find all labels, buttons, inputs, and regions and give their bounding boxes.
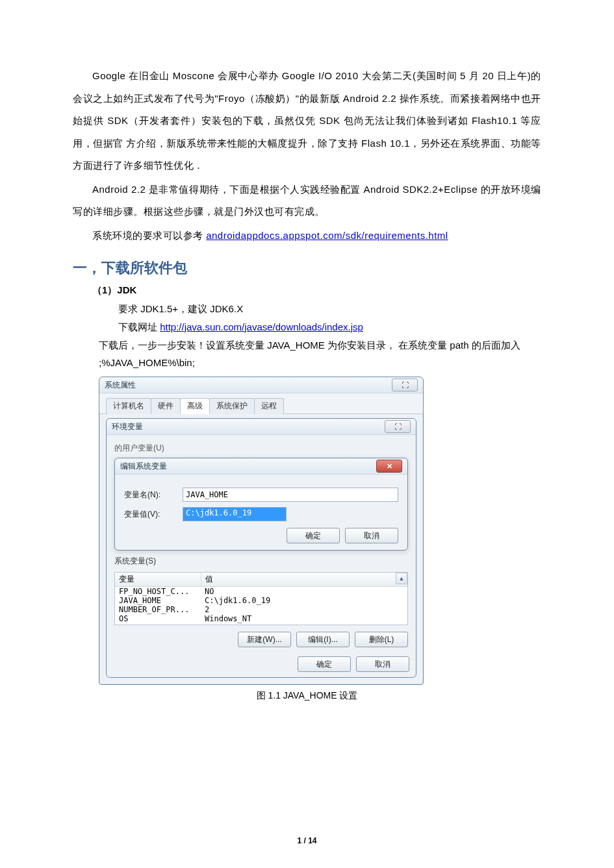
tab-advanced[interactable]: 高级 [180, 398, 210, 414]
intro-paragraph-1: Google 在旧金山 Moscone 会展中心举办 Google I/O 20… [73, 65, 541, 177]
environment-variables-window: 环境变量 ⛶ 的用户变量(U) 编辑系统变量 ✕ 变量名(N): [106, 418, 416, 678]
intro-p3-prefix: 系统环境的要求可以参考 [92, 230, 206, 241]
list-header: 变量 值 [115, 573, 407, 587]
system-properties-titlebar: 系统属性 ⛶ [99, 377, 423, 393]
tab-computer-name[interactable]: 计算机名 [106, 398, 151, 414]
system-properties-title: 系统属性 [105, 380, 392, 391]
edit-var-title: 编辑系统变量 [120, 461, 376, 472]
tab-system-protection[interactable]: 系统保护 [209, 398, 255, 414]
env-title: 环境变量 [112, 421, 385, 432]
edit-system-variable-dialog: 编辑系统变量 ✕ 变量名(N): 变量值(V): C:\jdk1.6.0_19 [114, 458, 408, 551]
edit-var-titlebar: 编辑系统变量 ✕ [115, 458, 407, 475]
section-1-heading: 一，下载所软件包 [73, 258, 541, 278]
sysvar-new-button[interactable]: 新建(W)... [238, 632, 291, 647]
system-variables-caption: 系统变量(S) [114, 556, 408, 567]
close-icon[interactable]: ⛶ [385, 420, 411, 433]
tab-remote[interactable]: 远程 [254, 398, 284, 414]
jdk-install-instructions: 下载后，一步一步安装！设置系统变量 JAVA_HOME 为你安装目录， 在系统变… [99, 336, 541, 371]
table-row[interactable]: JAVA_HOME C:\jdk1.6.0_19 [115, 596, 407, 605]
jdk-requirement-line: 要求 JDK1.5+，建议 JDK6.X [118, 301, 541, 317]
sysvar-edit-button[interactable]: 编辑(I)... [296, 632, 350, 647]
figure-caption: 图 1.1 JAVA_HOME 设置 [73, 690, 541, 702]
table-row[interactable]: FP_NO_HOST_C... NO [115, 587, 407, 596]
scroll-up-icon[interactable]: ▲ [396, 573, 407, 584]
system-properties-window: 系统属性 ⛶ 计算机名 硬件 高级 系统保护 远程 环境变量 ⛶ 的用户变量(U… [99, 377, 424, 685]
env-titlebar: 环境变量 ⛶ [107, 419, 416, 435]
system-properties-tabs: 计算机名 硬件 高级 系统保护 远程 [99, 393, 423, 414]
requirements-link[interactable]: androidappdocs.appspot.com/sdk/requireme… [206, 230, 448, 241]
page-footer: 1 / 14 [73, 836, 541, 845]
sysvar-delete-button[interactable]: 删除(L) [355, 632, 408, 647]
env-ok-button[interactable]: 确定 [298, 656, 351, 672]
user-vars-caption: 的用户变量(U) [114, 443, 409, 454]
tab-hardware[interactable]: 硬件 [151, 398, 181, 414]
close-icon[interactable]: ✕ [376, 460, 402, 473]
env-cancel-button[interactable]: 取消 [356, 656, 409, 672]
jdk-download-link[interactable]: http://java.sun.com/javase/downloads/ind… [160, 321, 363, 332]
jdk-subheading: （1）JDK [92, 284, 541, 297]
col-variable[interactable]: 变量 [115, 573, 201, 586]
table-row[interactable]: OS Windows_NT [115, 614, 407, 623]
edit-ok-button[interactable]: 确定 [287, 528, 340, 543]
system-variables-list[interactable]: 变量 值 FP_NO_HOST_C... NO JAVA_HOME [114, 572, 408, 625]
variable-value-input[interactable]: C:\jdk1.6.0_19 [183, 507, 287, 521]
jdk-download-line: 下载网址 http://java.sun.com/javase/download… [118, 319, 541, 336]
edit-cancel-button[interactable]: 取消 [345, 528, 398, 543]
download-prefix: 下载网址 [118, 321, 160, 332]
col-value[interactable]: 值 [201, 573, 407, 586]
variable-name-input[interactable] [183, 488, 398, 502]
variable-name-label: 变量名(N): [124, 490, 183, 501]
intro-paragraph-3: 系统环境的要求可以参考 androidappdocs.appspot.com/s… [73, 225, 541, 247]
close-icon[interactable]: ⛶ [392, 378, 418, 391]
variable-value-label: 变量值(V): [124, 509, 183, 520]
embedded-dialog-figure: 系统属性 ⛶ 计算机名 硬件 高级 系统保护 远程 环境变量 ⛶ 的用户变量(U… [99, 377, 424, 685]
intro-paragraph-2: Android 2.2 是非常值得期待，下面是根据个人实践经验配置 Androi… [73, 179, 541, 223]
table-row[interactable]: NUMBER_OF_PR... 2 [115, 605, 407, 614]
